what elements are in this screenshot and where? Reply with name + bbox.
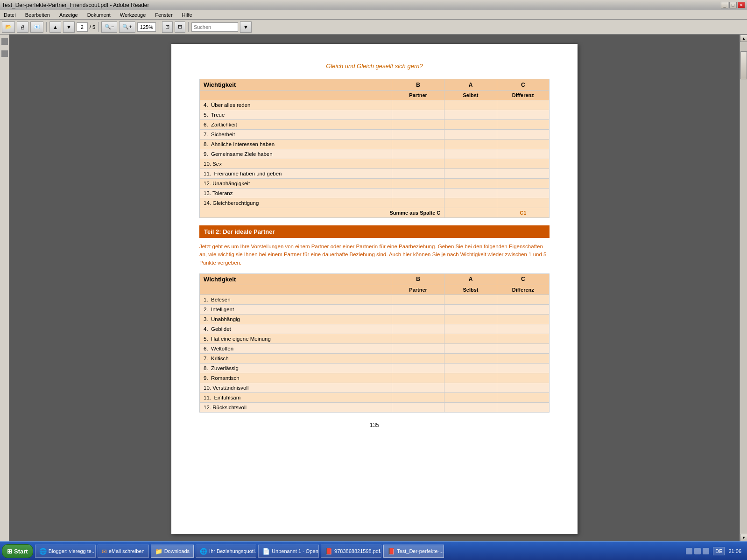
taskbar-item-label: Downloads bbox=[164, 548, 190, 554]
table-row: 4. Gebildet bbox=[200, 324, 550, 334]
page-input[interactable] bbox=[77, 22, 88, 32]
table-1: Wichtigkeit B A C bbox=[199, 79, 550, 218]
menu-datei[interactable]: Datei bbox=[2, 11, 18, 19]
menu-dokument[interactable]: Dokument bbox=[85, 11, 113, 19]
title-bar-text: Test_Der-perfekte-Partner_Friendscout.pd… bbox=[2, 2, 149, 8]
taskbar-item-beziehung[interactable]: 🌐 Ihr Beziehungsquoti... bbox=[196, 545, 256, 558]
zoom-input[interactable] bbox=[137, 22, 156, 32]
table-row: 10. Sex bbox=[200, 159, 550, 169]
table-row: 11. Freiräume haben und geben bbox=[200, 169, 550, 179]
table-row: 8. Zuverlässig bbox=[200, 363, 550, 373]
table-row: 9. Romantisch bbox=[200, 373, 550, 383]
table-row: 7. Sicherheit bbox=[200, 130, 550, 140]
taskbar-time: 21:06 bbox=[728, 548, 741, 554]
taskbar-right: DE 21:06 bbox=[686, 547, 745, 555]
minimize-button[interactable]: _ bbox=[721, 2, 728, 8]
menu-fenster[interactable]: Fenster bbox=[153, 11, 174, 19]
tray-icon-1 bbox=[686, 548, 692, 554]
table2-differenz-subheader: Differenz bbox=[512, 287, 534, 293]
taskbar-item-pdf1[interactable]: 📕 9783868821598.pdf... bbox=[321, 545, 381, 558]
table-row: 9. Gemeinsame Ziele haben bbox=[200, 149, 550, 159]
scrollbar-track[interactable] bbox=[740, 42, 747, 534]
table-row: 13. Toleranz bbox=[200, 189, 550, 198]
table2-a-header: A bbox=[469, 276, 473, 282]
next-page-button[interactable]: ▼ bbox=[63, 21, 75, 33]
blogger-icon: 🌐 bbox=[39, 548, 47, 555]
scroll-up-button[interactable]: ▲ bbox=[740, 35, 747, 42]
print-icon: 🖨 bbox=[20, 24, 25, 30]
table-row: 5. Hat eine eigene Meinung bbox=[200, 334, 550, 343]
prev-page-button[interactable]: ▲ bbox=[49, 21, 61, 33]
email-taskbar-icon: ✉ bbox=[102, 548, 107, 555]
table1-selbst-subheader: Selbst bbox=[463, 92, 478, 98]
table-row: 7. Kritisch bbox=[200, 353, 550, 363]
taskbar-item-label: Blogger: vieregg te... bbox=[49, 548, 96, 554]
print-button[interactable]: 🖨 bbox=[17, 21, 28, 33]
right-scrollbar[interactable]: ▲ ▼ bbox=[740, 35, 747, 541]
table-row: 8. Ähnliche Interessen haben bbox=[200, 140, 550, 149]
table2-wichtigkeit-header: Wichtigkeit bbox=[204, 276, 236, 283]
start-icon: ⊞ bbox=[7, 548, 12, 555]
zoom-out-button[interactable]: 🔍− bbox=[101, 21, 117, 33]
table1-a-header: A bbox=[469, 82, 473, 88]
search-dropdown-button[interactable]: ▼ bbox=[240, 21, 252, 33]
open-button[interactable]: 📂 bbox=[2, 21, 15, 33]
separator-4 bbox=[188, 22, 189, 32]
table-row: 12. Rücksichtsvoll bbox=[200, 402, 550, 412]
table2-c-header: C bbox=[521, 276, 525, 282]
table-row: 1. Belesen bbox=[200, 294, 550, 304]
pages-icon[interactable] bbox=[1, 50, 8, 57]
tray-icon-2 bbox=[694, 548, 701, 554]
menu-anzeige[interactable]: Anzeige bbox=[57, 11, 80, 19]
table-row: 10. Verständnisvoll bbox=[200, 383, 550, 392]
separator-1 bbox=[46, 22, 47, 32]
taskbar-item-downloads[interactable]: 📁 Downloads bbox=[151, 545, 194, 558]
table-row: 11. Einfühlsam bbox=[200, 392, 550, 402]
section2-text: Jetzt geht es um Ihre Vorstellungen von … bbox=[199, 243, 550, 267]
beziehung-icon: 🌐 bbox=[200, 548, 207, 555]
scrollbar-thumb[interactable] bbox=[740, 51, 747, 79]
title-bar-buttons[interactable]: _ □ ✕ bbox=[721, 2, 745, 8]
toolbar: 📂 🖨 📧 ▲ ▼ / 5 🔍− 🔍+ ⊡ ⊞ ▼ bbox=[0, 20, 747, 35]
fit-page-button[interactable]: ⊡ bbox=[162, 21, 173, 33]
table1-wichtigkeit-header: Wichtigkeit bbox=[204, 81, 236, 88]
menu-hilfe[interactable]: Hilfe bbox=[180, 11, 194, 19]
maximize-button[interactable]: □ bbox=[729, 2, 737, 8]
table-row: 3. Unabhängig bbox=[200, 314, 550, 324]
zoom-in-button[interactable]: 🔍+ bbox=[119, 21, 135, 33]
taskbar-item-label: Ihr Beziehungsquoti... bbox=[209, 548, 256, 554]
table-row: 6. Zärtlichkeit bbox=[200, 120, 550, 130]
section2-header: Teil 2: Der ideale Partner bbox=[199, 225, 550, 238]
title-bar: Test_Der-perfekte-Partner_Friendscout.pd… bbox=[0, 0, 747, 10]
menu-bearbeiten[interactable]: Bearbeiten bbox=[23, 11, 52, 19]
taskbar-item-pdf2[interactable]: 📕 Test_Der-perfekte-... bbox=[383, 545, 444, 558]
search-input[interactable] bbox=[191, 22, 238, 32]
table1-c-header: C bbox=[521, 82, 525, 88]
page-number: 135 bbox=[199, 422, 550, 428]
table-row: 12. Unabhängigkeit bbox=[200, 179, 550, 189]
tray-icon-3 bbox=[703, 548, 709, 554]
separator-2 bbox=[98, 22, 99, 32]
doc-icon: 📄 bbox=[262, 548, 270, 555]
taskbar-item-email[interactable]: ✉ eMail schreiben bbox=[98, 545, 149, 558]
start-button[interactable]: ⊞ Start bbox=[2, 544, 33, 558]
page-header: Gleich und Gleich gesellt sich gern? bbox=[199, 63, 550, 70]
taskbar: ⊞ Start 🌐 Blogger: vieregg te... ✉ eMail… bbox=[0, 541, 747, 560]
close-button[interactable]: ✕ bbox=[738, 2, 745, 8]
pdf1-icon: 📕 bbox=[325, 548, 332, 555]
taskbar-item-unbenannt[interactable]: 📄 Unbenannt 1 - Open... bbox=[258, 545, 319, 558]
table-row: 6. Weltoffen bbox=[200, 343, 550, 353]
menu-werkzeuge[interactable]: Werkzeuge bbox=[118, 11, 148, 19]
table2-partner-subheader: Partner bbox=[409, 287, 427, 293]
table1-b-header: B bbox=[416, 82, 420, 88]
taskbar-lang: DE bbox=[713, 547, 725, 555]
email-button[interactable]: 📧 bbox=[30, 21, 43, 33]
bookmark-icon[interactable] bbox=[1, 38, 8, 45]
taskbar-item-blogger[interactable]: 🌐 Blogger: vieregg te... bbox=[35, 545, 96, 558]
fit-width-button[interactable]: ⊞ bbox=[175, 21, 185, 33]
scroll-down-button[interactable]: ▼ bbox=[740, 534, 747, 541]
table2-selbst-subheader: Selbst bbox=[463, 287, 478, 293]
downloads-folder-icon: 📁 bbox=[155, 548, 162, 555]
open-icon: 📂 bbox=[5, 24, 12, 30]
scroll-area[interactable]: Gleich und Gleich gesellt sich gern? Wic… bbox=[9, 35, 740, 541]
